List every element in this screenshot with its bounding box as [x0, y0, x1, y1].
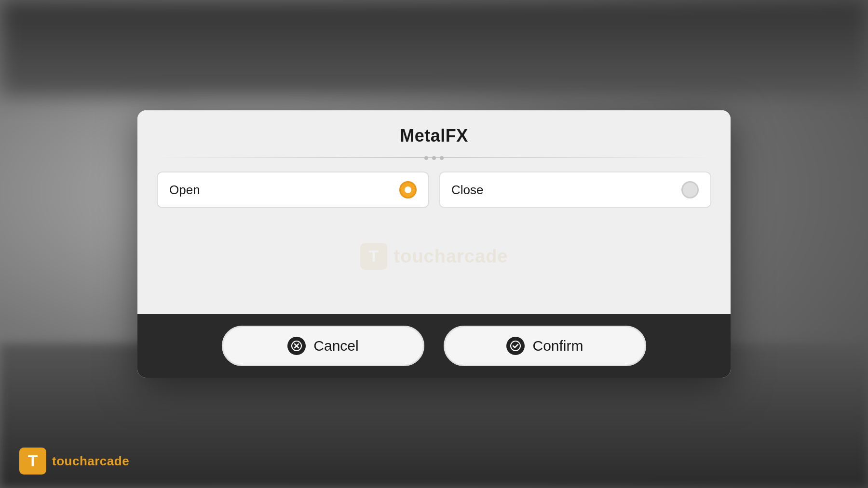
content-area: T toucharcade: [157, 218, 711, 295]
watermark: T toucharcade: [360, 243, 508, 270]
dialog-title: MetalFX: [157, 126, 711, 146]
watermark-icon: T: [360, 243, 387, 270]
watermark-text: toucharcade: [394, 246, 508, 267]
svg-point-5: [511, 341, 520, 351]
option-open-label: Open: [169, 183, 200, 198]
confirm-button[interactable]: Confirm: [444, 326, 646, 366]
dialog-divider: [157, 158, 711, 158]
option-open[interactable]: Open: [157, 171, 429, 208]
ta-logo-text: toucharcade: [52, 454, 129, 469]
divider-dots: [432, 156, 436, 160]
svg-text:T: T: [368, 247, 379, 265]
radio-open-active: [399, 181, 417, 198]
cancel-icon: [287, 337, 306, 355]
dialog-footer: Cancel Confirm: [137, 314, 731, 378]
dialog-overlay: MetalFX Open Close: [0, 0, 868, 488]
option-close-label: Close: [451, 183, 483, 198]
confirm-label: Confirm: [532, 338, 583, 354]
options-row: Open Close: [157, 171, 711, 208]
toucharcade-branding: T toucharcade: [19, 448, 129, 475]
confirm-icon: [506, 337, 525, 355]
metalfx-dialog: MetalFX Open Close: [137, 110, 731, 378]
dialog-body: MetalFX Open Close: [137, 110, 731, 314]
option-close[interactable]: Close: [439, 171, 711, 208]
ta-logo-icon: T: [19, 448, 46, 475]
cancel-label: Cancel: [313, 338, 358, 354]
radio-close-inactive: [681, 181, 699, 198]
cancel-button[interactable]: Cancel: [222, 326, 424, 366]
svg-text:T: T: [28, 452, 38, 470]
